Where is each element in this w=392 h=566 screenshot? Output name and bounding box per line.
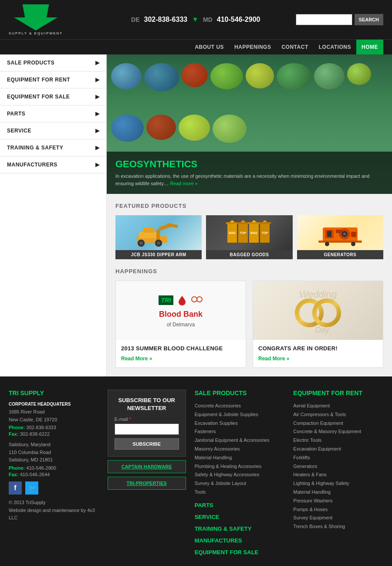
- generator-icon: [316, 219, 364, 247]
- svg-point-35: [325, 242, 329, 246]
- svg-text:Wedding: Wedding: [299, 289, 337, 300]
- footer-sale-products: SALE PRODUCTS Concrete Accessories Equip…: [195, 390, 285, 558]
- sale-link-concrete[interactable]: Concrete Accessories: [195, 402, 285, 410]
- svg-rect-33: [351, 232, 356, 237]
- sidebar-item-manufacturers[interactable]: MANUFACTURERS ▶: [0, 156, 106, 173]
- md-label: MD: [203, 16, 213, 23]
- rent-link-pressure-washers[interactable]: Pressure Washers: [293, 497, 383, 505]
- rent-link-material-handling[interactable]: Material Handling: [293, 488, 383, 497]
- product-card-generators[interactable]: GENERATORS: [297, 215, 383, 259]
- hero-caption: GEOSYNTHETICS In excavation applications…: [107, 152, 392, 194]
- rent-link-compaction[interactable]: Compaction Equipment: [293, 419, 383, 428]
- bagged-goods-icon: BAG TOP BAG TOP: [225, 219, 273, 247]
- sidebar-arrow-icon: ▶: [95, 94, 100, 100]
- sale-link-safety[interactable]: Safety & Highway Accessories: [195, 471, 285, 479]
- nav-locations[interactable]: LOCATIONS: [314, 40, 356, 55]
- nav-about[interactable]: ABOUT US: [189, 40, 229, 55]
- product-card-jcb[interactable]: JCB JS330 DIPPER ARM: [115, 215, 202, 259]
- svg-rect-21: [259, 222, 271, 224]
- sidebar-arrow-icon: ▶: [95, 145, 100, 151]
- rent-link-aerial[interactable]: Aerial Equipment: [293, 402, 383, 410]
- rent-link-lighting[interactable]: Lighting & Highway Safety: [293, 479, 383, 488]
- blood-drop-icon: [176, 294, 188, 306]
- hero-description: In excavation applications, the use of g…: [115, 173, 383, 187]
- rent-link-electric-tools[interactable]: Electric Tools: [293, 436, 383, 445]
- sale-link-janitorial[interactable]: Janitorial Equipment & Accessories: [195, 436, 285, 445]
- social-icons: f 🐦: [9, 481, 99, 495]
- sale-link-material[interactable]: Material Handling: [195, 454, 285, 462]
- sidebar-item-parts[interactable]: PARTS ▶: [0, 105, 106, 122]
- happening-content-wedding: CONGRATS ARE IN ORDER! Read More »: [253, 340, 383, 367]
- product-card-bags[interactable]: BAG TOP BAG TOP BAGGED GOODS: [206, 215, 292, 259]
- sidebar-item-sale-products[interactable]: SALE PRODUCTS ▶: [0, 54, 106, 71]
- happening-card-wedding: Wedding Day CONGRATS ARE IN ORDER! Read …: [253, 281, 383, 368]
- sidebar-item-service[interactable]: SERVICE ▶: [0, 122, 106, 139]
- captain-hardware-button[interactable]: CAPTAIN HARDWARE: [108, 460, 186, 473]
- search-button[interactable]: SEARCH: [355, 14, 383, 25]
- sidebar-item-equipment-sale[interactable]: EQUIPMENT FOR SALE ▶: [0, 88, 106, 105]
- twitter-icon[interactable]: 🐦: [25, 481, 38, 495]
- newsletter-box: SUBSCRIBE TO OUR NEWSLETTER E-mail * SUB…: [108, 390, 186, 457]
- footer-service-title: SERVICE: [195, 514, 285, 520]
- product-label-bags: BAGGED GOODS: [206, 250, 292, 259]
- products-grid: JCB JS330 DIPPER ARM: [115, 215, 383, 259]
- rent-link-excavation[interactable]: Excavation Equipment: [293, 445, 383, 454]
- sidebar-arrow-icon: ▶: [95, 111, 100, 117]
- wedding-rings-icon: Wedding Day: [274, 285, 362, 337]
- hero-readmore-link[interactable]: Read more »: [170, 181, 198, 186]
- happening-readmore-wedding[interactable]: Read More »: [258, 356, 289, 362]
- happening-readmore-blood[interactable]: Read More »: [121, 356, 152, 362]
- logo-tri: TRI: [26, 4, 46, 18]
- svg-text:BAG: BAG: [251, 231, 258, 234]
- nav-home[interactable]: HOME: [356, 40, 383, 55]
- sale-link-plumbing[interactable]: Plumbing & Heating Accesories: [195, 462, 285, 471]
- sidebar-arrow-icon: ▶: [95, 60, 100, 66]
- main-nav: ABOUT US HAPPENINGS CONTACT LOCATIONS HO…: [0, 39, 392, 54]
- sale-link-survey[interactable]: Survey & Jobsite Layout: [195, 479, 285, 488]
- nav-happenings[interactable]: HAPPENINGS: [229, 40, 276, 55]
- de-label: DE: [131, 16, 139, 23]
- rent-link-concrete-masonry[interactable]: Concrete & Masonry Equipment: [293, 427, 383, 436]
- product-label-generators: GENERATORS: [297, 250, 383, 259]
- sale-link-excavation[interactable]: Excavation Supplies: [195, 419, 285, 428]
- newsletter-email-input[interactable]: [115, 424, 179, 435]
- newsletter-subscribe-button[interactable]: SUBSCRIBE: [115, 438, 179, 450]
- header: TRI SUPPLY & EQUIPMENT DE 302-838-6333 ▼…: [0, 0, 392, 39]
- rent-link-heaters[interactable]: Heaters & Fans: [293, 471, 383, 479]
- footer-newsletter: SUBSCRIBE TO OUR NEWSLETTER E-mail * SUB…: [108, 390, 186, 558]
- main-content: GEOSYNTHETICS In excavation applications…: [107, 54, 392, 376]
- svg-rect-32: [336, 230, 342, 233]
- rent-link-forklifts[interactable]: Forklifts: [293, 454, 383, 462]
- svg-rect-2: [143, 227, 154, 233]
- nav-contact[interactable]: CONTACT: [276, 40, 313, 55]
- search-input[interactable]: [296, 14, 352, 25]
- sale-link-fasteners[interactable]: Fasteners: [195, 427, 285, 436]
- facebook-icon[interactable]: f: [9, 481, 22, 495]
- blood-bank-logo: TRI: [159, 293, 203, 328]
- rent-link-pumps-hoses[interactable]: Pumps & Hoses: [293, 505, 383, 514]
- rent-link-trench-boxes[interactable]: Trench Boxes & Shoring: [293, 522, 383, 531]
- sale-link-equipment[interactable]: Equipment & Jobsite Supplies: [195, 410, 285, 419]
- tri-properties-button[interactable]: TRI-PROPERTIES: [108, 477, 186, 490]
- footer-equipment-rent: EQUIPMENT FOR RENT Aerial Equipment Air …: [293, 390, 383, 558]
- rent-link-air-compressors[interactable]: Air Compressors & Tools: [293, 410, 383, 419]
- product-image-bags: BAG TOP BAG TOP: [206, 215, 292, 250]
- footer-company: TRI SUPPLY Corporate Headquaters 1685 Ri…: [9, 390, 99, 558]
- product-image-generators: [297, 215, 383, 250]
- sidebar-item-training[interactable]: TRAINING & SAFETY ▶: [0, 139, 106, 156]
- blood-bank-sub: of Delmarva: [167, 322, 195, 328]
- sale-link-masonry[interactable]: Masonry Accessories: [195, 445, 285, 454]
- footer-manufactures-title: MANUFACTURES: [195, 537, 285, 544]
- rent-link-generators[interactable]: Generators: [293, 462, 383, 471]
- logo-area: TRI SUPPLY & EQUIPMENT: [9, 4, 96, 35]
- sale-link-tools[interactable]: Tools: [195, 488, 285, 497]
- rent-link-survey[interactable]: Survey Equipment: [293, 514, 383, 522]
- sidebar: SALE PRODUCTS ▶ EQUIPMENT FOR RENT ▶ EQU…: [0, 54, 107, 376]
- footer-equipment-sale-title: EQUIPMENT FOR SALE: [195, 549, 285, 556]
- svg-point-31: [343, 233, 346, 235]
- required-star: *: [129, 417, 131, 422]
- chain-icon: [191, 293, 203, 305]
- featured-products-section: FEATURED PRODUCTS: [107, 194, 392, 268]
- footer-company-name: TRI SUPPLY: [9, 390, 99, 397]
- sidebar-item-equipment-rent[interactable]: EQUIPMENT FOR RENT ▶: [0, 71, 106, 88]
